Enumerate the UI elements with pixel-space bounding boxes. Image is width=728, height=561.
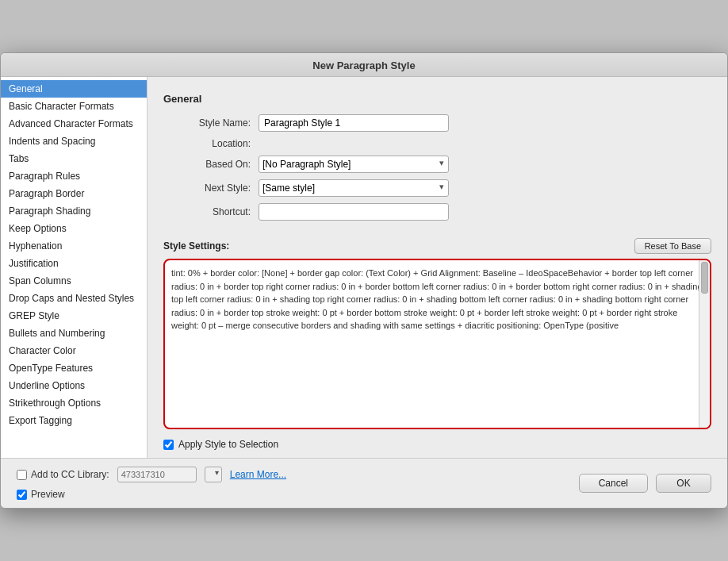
dialog-title: New Paragraph Style [312, 60, 415, 71]
shortcut-input[interactable] [259, 203, 449, 221]
scrollbar-thumb[interactable] [701, 262, 708, 294]
style-settings-header: Style Settings: Reset To Base [163, 238, 711, 254]
sidebar-item-underline-options[interactable]: Underline Options [1, 377, 147, 394]
sidebar-item-general[interactable]: General [1, 80, 147, 98]
next-style-select[interactable]: [Same style] [259, 179, 449, 197]
preview-checkbox-label[interactable]: Preview [17, 489, 65, 500]
cc-library-checkbox-label[interactable]: Add to CC Library: [17, 469, 109, 480]
sidebar-item-paragraph-shading[interactable]: Paragraph Shading [1, 202, 147, 220]
bottom-bar: Add to CC Library: Learn More... Preview… [1, 458, 727, 508]
sidebar-item-opentype-features[interactable]: OpenType Features [1, 359, 147, 377]
next-style-select-wrapper: [Same style] [259, 179, 449, 197]
title-bar: New Paragraph Style [1, 53, 727, 77]
preview-checkbox[interactable] [17, 490, 27, 500]
cc-library-input[interactable] [117, 467, 197, 482]
style-name-label: Style Name: [163, 117, 251, 129]
style-settings-text: tint: 0% + border color: [None] + border… [171, 268, 703, 330]
apply-style-label: Apply Style to Selection [178, 439, 278, 450]
bottom-left-col: Add to CC Library: Learn More... Preview [17, 467, 579, 500]
apply-style-checkbox-label[interactable]: Apply Style to Selection [163, 439, 278, 450]
style-name-input[interactable] [259, 114, 449, 132]
cc-library-checkbox[interactable] [17, 470, 27, 480]
sidebar-item-character-color[interactable]: Character Color [1, 342, 147, 359]
cc-select-wrapper [205, 467, 222, 482]
apply-style-checkbox[interactable] [163, 440, 174, 450]
sidebar-item-paragraph-rules[interactable]: Paragraph Rules [1, 167, 147, 185]
preview-row: Preview [17, 489, 579, 500]
ok-button[interactable]: OK [656, 474, 711, 493]
new-paragraph-style-dialog: New Paragraph Style GeneralBasic Charact… [0, 52, 728, 509]
location-row: Location: [163, 138, 711, 149]
reset-to-base-button[interactable]: Reset To Base [634, 238, 711, 254]
sidebar-item-hyphenation[interactable]: Hyphenation [1, 237, 147, 255]
preview-label: Preview [31, 489, 65, 500]
sidebar: GeneralBasic Character FormatsAdvanced C… [1, 77, 148, 458]
sidebar-item-grep-style[interactable]: GREP Style [1, 307, 147, 325]
learn-more-link[interactable]: Learn More... [230, 469, 286, 480]
cc-library-row: Add to CC Library: Learn More... [17, 467, 579, 482]
based-on-select-wrapper: [No Paragraph Style] [259, 156, 449, 173]
sidebar-item-export-tagging[interactable]: Export Tagging [1, 412, 147, 429]
based-on-row: Based On: [No Paragraph Style] [163, 156, 711, 173]
sidebar-item-drop-caps-nested-styles[interactable]: Drop Caps and Nested Styles [1, 290, 147, 307]
dialog-body: GeneralBasic Character FormatsAdvanced C… [1, 77, 727, 458]
next-style-row: Next Style: [Same style] [163, 179, 711, 197]
sidebar-item-advanced-character-formats[interactable]: Advanced Character Formats [1, 115, 147, 133]
next-style-label: Next Style: [163, 183, 251, 194]
based-on-select[interactable]: [No Paragraph Style] [259, 156, 449, 173]
sidebar-item-strikethrough-options[interactable]: Strikethrough Options [1, 394, 147, 412]
sidebar-item-basic-character-formats[interactable]: Basic Character Formats [1, 98, 147, 115]
cc-library-label: Add to CC Library: [31, 469, 109, 480]
cc-select[interactable] [205, 467, 222, 482]
apply-row: Apply Style to Selection [163, 439, 711, 450]
style-name-row: Style Name: [163, 114, 711, 132]
sidebar-item-indents-and-spacing[interactable]: Indents and Spacing [1, 133, 147, 150]
sidebar-item-justification[interactable]: Justification [1, 255, 147, 272]
sidebar-item-tabs[interactable]: Tabs [1, 150, 147, 167]
shortcut-row: Shortcut: [163, 203, 711, 221]
sidebar-item-bullets-numbering[interactable]: Bullets and Numbering [1, 325, 147, 342]
main-content: General Style Name: Location: Based On: … [148, 77, 727, 458]
section-title: General [163, 93, 711, 105]
sidebar-item-paragraph-border[interactable]: Paragraph Border [1, 185, 147, 202]
location-label: Location: [163, 138, 251, 149]
scrollbar[interactable] [699, 260, 710, 428]
shortcut-label: Shortcut: [163, 206, 251, 217]
sidebar-item-keep-options[interactable]: Keep Options [1, 220, 147, 237]
bottom-buttons: Cancel OK [579, 474, 711, 493]
style-settings-box: tint: 0% + border color: [None] + border… [163, 259, 711, 429]
sidebar-item-span-columns[interactable]: Span Columns [1, 272, 147, 290]
cancel-button[interactable]: Cancel [579, 474, 648, 493]
based-on-label: Based On: [163, 159, 251, 170]
style-settings-label: Style Settings: [163, 240, 229, 252]
